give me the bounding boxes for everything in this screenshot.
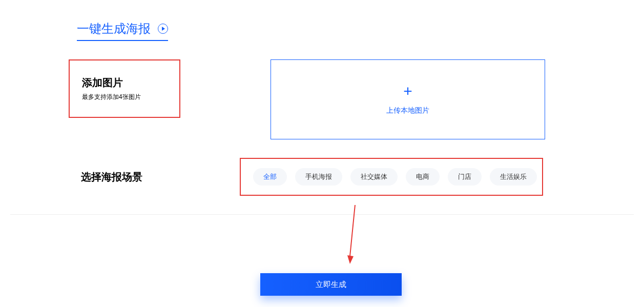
plus-icon: + — [403, 84, 412, 99]
page-title-link[interactable]: 一键生成海报 — [77, 21, 168, 41]
add-image-subtitle: 最多支持添加4张图片 — [82, 93, 167, 101]
svg-marker-1 — [347, 255, 354, 264]
add-image-panel: 添加图片 最多支持添加4张图片 — [69, 59, 180, 118]
generate-button[interactable]: 立即生成 — [260, 273, 402, 296]
scene-tab-all[interactable]: 全部 — [253, 168, 287, 186]
scene-tab-ecommerce[interactable]: 电商 — [406, 168, 440, 186]
generate-button-label: 立即生成 — [316, 280, 346, 290]
scene-tabs-container: 全部 手机海报 社交媒体 电商 门店 生活娱乐 — [240, 158, 543, 196]
add-image-title: 添加图片 — [82, 76, 167, 90]
play-circle-icon — [158, 24, 168, 34]
page-title-text: 一键生成海报 — [77, 21, 151, 37]
upload-label: 上传本地图片 — [386, 106, 429, 115]
scene-tab-mobile-poster[interactable]: 手机海报 — [295, 168, 342, 186]
scene-tab-store[interactable]: 门店 — [448, 168, 482, 186]
scene-tab-social-media[interactable]: 社交媒体 — [350, 168, 398, 186]
scene-tab-entertainment[interactable]: 生活娱乐 — [490, 168, 537, 186]
divider — [10, 214, 634, 215]
upload-local-image-button[interactable]: + 上传本地图片 — [271, 59, 545, 139]
scene-section-title: 选择海报场景 — [81, 170, 142, 184]
